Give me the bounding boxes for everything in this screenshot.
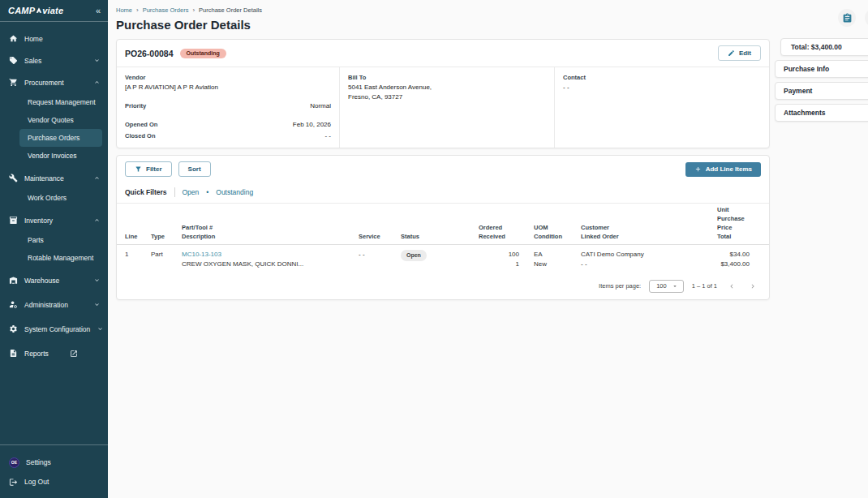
cell-service: - - <box>355 244 397 276</box>
chevron-down-icon <box>93 277 101 284</box>
cart-clipped-icon[interactable] <box>865 9 868 27</box>
sidebar-footer: OE Settings Log Out <box>0 444 108 498</box>
sidebar-item-purchase-orders[interactable]: Purchase Orders <box>19 129 102 147</box>
warehouse-icon <box>9 276 18 285</box>
pagination-next-icon[interactable] <box>746 282 759 290</box>
cell-ordered-received: 100 1 <box>475 244 522 276</box>
breadcrumb-home[interactable]: Home <box>116 6 132 14</box>
column-header-ordered-received: Ordered Received <box>475 204 522 245</box>
sidebar-item-reports[interactable]: Reports <box>0 342 108 364</box>
cell-line: 1 <box>117 244 148 276</box>
summary-total-section[interactable]: Total: $3,400.00 <box>780 38 868 56</box>
line-items-card: Filter Sort Add Line Items Quick Filters… <box>116 155 770 300</box>
billto-line2: Fresno, CA, 93727 <box>348 93 546 101</box>
column-header-line: Line <box>117 204 148 245</box>
quick-filters-bar: Quick Filters Open • Outstanding <box>117 182 769 203</box>
quick-filter-separator: • <box>206 188 208 196</box>
po-vendor-column: Vendor [A P R AVIATION] A P R Aviation P… <box>117 67 339 148</box>
sidebar-item-procurement[interactable]: Procurement <box>0 71 108 93</box>
column-header-uom-condition: UOM Condition <box>522 204 578 245</box>
sidebar-collapse-icon[interactable]: « <box>96 6 101 15</box>
report-document-icon <box>9 349 18 358</box>
chevron-up-icon <box>93 174 101 182</box>
column-header-customer-linked-order: Customer Linked Order <box>578 204 714 245</box>
contact-label: Contact <box>563 74 761 81</box>
column-header-service: Service <box>355 204 397 245</box>
sidebar-item-request-management[interactable]: Request Management <box>0 93 108 111</box>
tools-icon <box>9 174 18 182</box>
breadcrumb-current: Purchase Order Details <box>199 6 262 14</box>
vendor-value: [A P R AVIATION] A P R Aviation <box>125 84 331 91</box>
pagination-range: 1 – 1 of 1 <box>692 282 717 290</box>
contact-value: - - <box>563 84 761 91</box>
filter-button[interactable]: Filter <box>125 161 172 177</box>
sidebar: CAMP viate « Home Sales Procurement Requ… <box>0 0 108 498</box>
add-line-items-button[interactable]: Add Line Items <box>685 162 761 177</box>
chevron-up-icon <box>93 217 101 224</box>
quick-filter-outstanding[interactable]: Outstanding <box>216 188 253 196</box>
sidebar-item-vendor-quotes[interactable]: Vendor Quotes <box>0 111 108 129</box>
clipboard-icon[interactable] <box>838 9 856 27</box>
part-description: CREW OXYGEN MASK, QUICK DONNI... <box>182 260 352 269</box>
sidebar-item-work-orders[interactable]: Work Orders <box>0 189 108 207</box>
closed-on-value: - - <box>324 132 331 140</box>
sidebar-item-vendor-invoices[interactable]: Vendor Invoices <box>0 147 108 165</box>
line-items-toolbar: Filter Sort Add Line Items <box>117 156 769 182</box>
table-row[interactable]: 1 Part MC10-13-103 CREW OXYGEN MASK, QUI… <box>117 244 769 276</box>
column-header-status: Status <box>397 204 475 245</box>
cart-icon <box>9 78 18 87</box>
column-header-part-description: Part/Tool # Description <box>178 204 355 245</box>
sidebar-item-inventory[interactable]: Inventory <box>0 209 108 231</box>
settings-button[interactable]: OE Settings <box>0 453 108 472</box>
cell-price-total: $34.00 $3,400.00 <box>714 244 769 276</box>
part-number-link[interactable]: MC10-13-103 <box>182 250 352 260</box>
quick-filter-open[interactable]: Open <box>183 188 200 196</box>
sidebar-item-sales[interactable]: Sales <box>0 49 108 71</box>
line-items-table: Line Type Part/Tool # Description Servic… <box>117 203 769 276</box>
sidebar-item-rotable-management[interactable]: Rotable Management <box>0 249 108 267</box>
sidebar-item-warehouse[interactable]: Warehouse <box>0 269 108 291</box>
cell-type: Part <box>148 244 178 276</box>
main-content: Home › Purchase Orders › Purchase Order … <box>108 0 868 498</box>
user-avatar: OE <box>9 457 19 468</box>
sidebar-item-system-configuration[interactable]: System Configuration <box>0 318 108 340</box>
brand-delta-icon <box>36 6 42 14</box>
priority-value: Normal <box>310 102 331 109</box>
dropdown-arrow-icon <box>672 283 678 290</box>
cell-part-description: MC10-13-103 CREW OXYGEN MASK, QUICK DONN… <box>178 244 355 276</box>
summary-payment-section[interactable]: Payment <box>775 82 868 100</box>
brand-text-secondary: viate <box>42 6 63 15</box>
items-per-page-select[interactable]: 100 <box>649 280 684 293</box>
sidebar-item-administration[interactable]: Administration <box>0 294 108 316</box>
column-header-type: Type <box>148 204 178 245</box>
open-status-pill: Open <box>401 250 427 262</box>
cell-uom-condition: EA New <box>522 244 578 276</box>
gear-icon <box>9 324 18 333</box>
sidebar-item-parts[interactable]: Parts <box>0 231 108 249</box>
page-title: Purchase Order Details <box>116 18 860 32</box>
logout-button[interactable]: Log Out <box>0 472 108 492</box>
priority-label: Priority <box>125 102 146 109</box>
opened-on-value: Feb 10, 2026 <box>293 121 331 128</box>
po-billto-column: Bill To 5041 East Anderson Avenue, Fresn… <box>339 67 554 148</box>
sidebar-item-maintenance[interactable]: Maintenance <box>0 167 108 189</box>
po-contact-column: Contact - - <box>554 67 769 148</box>
inventory-box-icon <box>9 216 18 225</box>
sort-button[interactable]: Sort <box>178 161 211 177</box>
edit-button[interactable]: Edit <box>718 45 761 61</box>
summary-attachments-section[interactable]: Attachments <box>775 104 868 122</box>
breadcrumb-separator: › <box>192 6 195 14</box>
admin-person-icon <box>9 300 18 309</box>
breadcrumb-purchase-orders[interactable]: Purchase Orders <box>143 6 189 14</box>
po-details-card: PO26-00084 Outstanding Edit Vendor [A P … <box>116 39 770 148</box>
filter-funnel-icon <box>135 165 142 173</box>
chevron-down-icon <box>93 57 101 64</box>
tag-icon <box>9 56 18 65</box>
summary-purchase-info-section[interactable]: Purchase Info <box>775 60 868 78</box>
vendor-label: Vendor <box>125 74 331 81</box>
pagination-previous-icon[interactable] <box>725 282 738 290</box>
sidebar-item-home[interactable]: Home <box>0 28 108 49</box>
billto-label: Bill To <box>348 74 546 81</box>
closed-on-label: Closed On <box>125 132 156 140</box>
po-card-header: PO26-00084 Outstanding Edit <box>117 40 769 67</box>
